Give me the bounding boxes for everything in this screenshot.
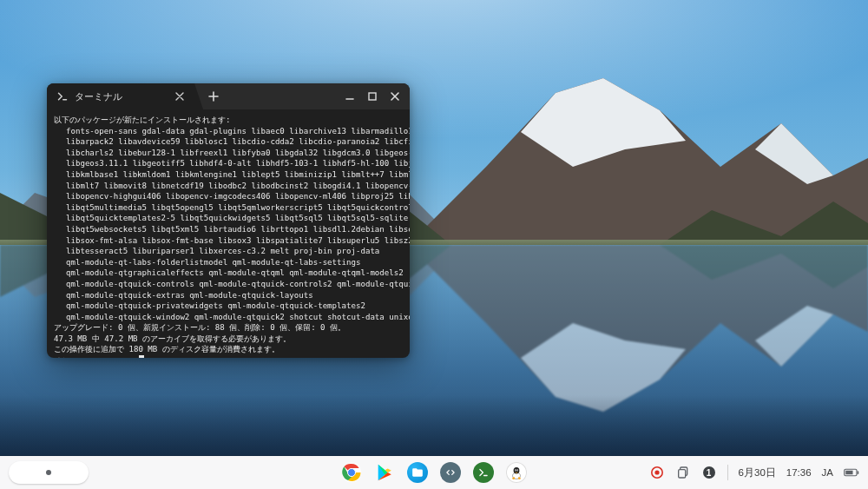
shelf: 1 6月30日 17:36 JA [0,456,868,489]
svg-rect-13 [678,470,685,478]
window-close-button[interactable] [384,85,406,108]
tray-divider [727,465,728,480]
terminal-line: libqt5quicktemplates2-5 libqt5quickwidge… [54,213,403,224]
terminal-line: libsox-fmt-alsa libsox-fmt-base libsox3 … [54,235,403,247]
app-terminal-icon[interactable] [473,462,494,483]
terminal-line: libqt5websockets5 libqt5xml5 librtaudio6… [54,224,403,235]
svg-rect-17 [858,471,859,474]
screen-record-icon[interactable] [649,465,665,480]
terminal-line: qml-module-qtgraphicaleffects qml-module… [54,268,403,279]
terminal-line: libcharls2 libebur128-1 libfreexl1 libfy… [54,148,403,159]
svg-rect-16 [845,471,852,475]
terminal-line: libqt5multimedia5 libqt5opengl5 libqt5qm… [54,202,403,214]
terminal-line: libarpack2 libavdevice59 libblosc1 libcd… [54,136,403,148]
terminal-window: ターミナル 以下のパッケージが新たにインストールされます:fonts-open-… [47,83,410,358]
svg-point-11 [654,470,659,474]
terminal-cursor [139,355,144,358]
terminal-line: fonts-open-sans gdal-data gdal-plugins l… [54,126,403,137]
terminal-prompt-line: 続行しますか? [Y/n] [54,355,403,358]
launcher-button[interactable] [9,461,89,484]
battery-icon[interactable] [844,465,859,480]
launcher-icon [46,470,51,475]
svg-point-8 [516,470,516,471]
terminal-tab-title: ターミナル [75,90,167,103]
window-maximize-button[interactable] [361,85,384,108]
app-play-store-icon[interactable] [374,462,395,483]
app-code-icon[interactable] [440,462,461,483]
app-files-icon[interactable] [407,462,428,483]
tab-close-button[interactable] [174,90,186,102]
window-minimize-button[interactable] [339,85,361,108]
terminal-line: qml-module-qtquick-window2 qml-module-qt… [54,312,403,323]
svg-point-9 [517,470,518,471]
window-titlebar[interactable]: ターミナル [47,83,410,109]
terminal-line: qml-module-qt-labs-folderlistmodel qml-m… [54,257,403,268]
app-chrome-icon[interactable] [341,462,362,483]
wallpaper-foreground [0,395,868,456]
terminal-line: アップグレード: 0 個、新規インストール: 88 個、削除: 0 個、保留: … [54,322,403,334]
clipboard-icon[interactable] [675,465,691,480]
shelf-ime-indicator[interactable]: JA [822,467,833,478]
terminal-line: qml-module-qtquick-privatewidgets qml-mo… [54,301,403,312]
terminal-line: qml-module-qtquick-controls qml-module-q… [54,279,403,290]
shelf-pinned-apps [341,462,527,483]
terminal-line: libmlt7 libmovit8 libnetcdf19 libodbc2 l… [54,181,403,192]
notifications-icon[interactable]: 1 [701,465,717,480]
terminal-line: 以下のパッケージが新たにインストールされます: [54,115,403,126]
terminal-line: qml-module-qtquick-extras qml-module-qtq… [54,290,403,301]
terminal-line: この操作後に追加で 180 MB のディスク容量が消費されます。 [54,344,403,355]
terminal-line: 47.3 MB 中 47.2 MB のアーカイブを取得する必要があります。 [54,334,403,345]
terminal-line: libkmlbase1 libkmldom1 libkmlengine1 lib… [54,169,403,181]
shelf-date[interactable]: 6月30日 [739,466,776,479]
svg-rect-0 [369,93,376,100]
desktop: ターミナル 以下のパッケージが新たにインストールされます:fonts-open-… [0,0,868,489]
terminal-tab[interactable]: ターミナル [47,83,194,109]
terminal-line: libgeos3.11.1 libgeotiff5 libhdf4-0-alt … [54,158,403,169]
shelf-time[interactable]: 17:36 [786,467,812,478]
terminal-output[interactable]: 以下のパッケージが新たにインストールされます:fonts-open-sans g… [47,109,410,358]
terminal-prompt-icon [57,91,68,102]
terminal-line: libopencv-highgui406 libopencv-imgcodecs… [54,191,403,202]
notifications-count: 1 [701,465,717,480]
terminal-prompt-text: 続行しますか? [Y/n] [54,357,139,358]
new-tab-button[interactable] [203,86,224,107]
app-linux-icon[interactable] [506,462,527,483]
shelf-status-area[interactable]: 1 6月30日 17:36 JA [649,465,859,480]
terminal-line: libtesseract5 liburiparser1 libxerces-c3… [54,246,403,257]
